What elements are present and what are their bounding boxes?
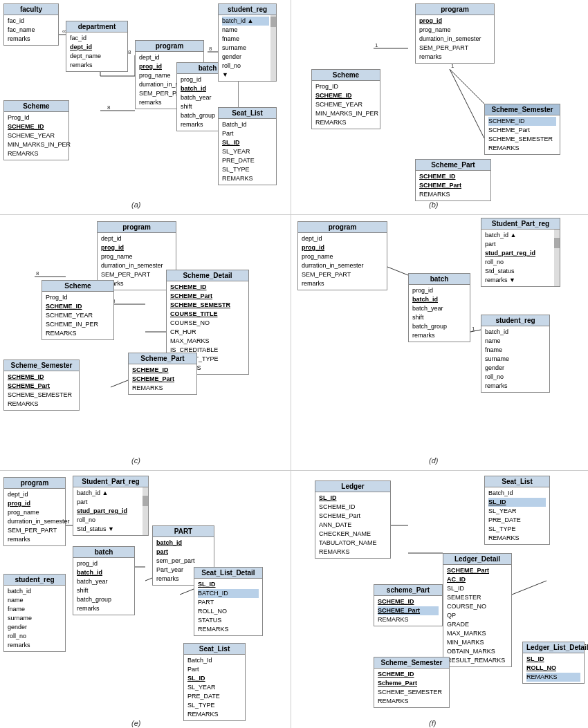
field-sd-id-c: SCHEME_ID — [170, 283, 245, 292]
field-batch-id-e: batch_id — [77, 568, 131, 577]
table-ledger-list-detail-f-header: Ledger_List_Detail — [523, 642, 584, 653]
field-sd-max-c: MAX_MARKS — [170, 337, 245, 346]
field-sch-prog-a: Prog_Id — [8, 113, 65, 122]
field-sl-rem-f: REMARKS — [488, 534, 546, 543]
field-sch-id-a: SCHEME_ID — [8, 122, 65, 131]
table-seat-list-a: Seat_List Batch_Id Part SL_ID SL_YEAR PR… — [218, 107, 277, 185]
table-ledger-f-header: Ledger — [315, 481, 390, 492]
table-seat-list-detail-e-header: Seat_List_Detail — [194, 568, 262, 579]
field-sr-surname-d: surname — [485, 355, 546, 364]
field-sld-part-e: PART — [198, 598, 259, 607]
field-ss-part-f: Scheme_Part — [378, 679, 445, 688]
field-ledger-rem-f: REMARKS — [319, 548, 387, 557]
section-e-label: (e) — [131, 719, 140, 727]
table-scheme-a: Scheme Prog_Id SCHEME_ID SCHEME_YEAR MIN… — [3, 100, 69, 160]
table-seat-list-e: Seat_List Batch_Id Part SL_ID SL_YEAR PR… — [183, 643, 246, 721]
field-spr-roll-d: roll_no — [485, 258, 553, 267]
section-a-label: (a) — [131, 200, 140, 209]
v-divider — [291, 0, 291, 728]
table-batch-e-header: batch — [73, 547, 134, 558]
field-sr-name-a: name — [222, 26, 269, 35]
field-dept-id: dept_id — [70, 43, 124, 52]
table-program-d-header: program — [298, 222, 387, 233]
field-ld-min-f: MIN_MARKS — [447, 638, 508, 647]
table-batch-d-header: batch — [409, 274, 470, 285]
table-program-c-header: program — [98, 222, 176, 233]
table-scheme-part-f-header: scheme_Part — [374, 585, 442, 596]
table-faculty: faculty fac_id fac_name remarks — [3, 3, 59, 46]
field-sch-id-b: SCHEME_ID — [315, 91, 376, 100]
field-sl-batch-e: Batch_Id — [187, 656, 241, 665]
field-sr-gender-d: gender — [485, 364, 546, 373]
field-part-sem-e: sem_per_part — [156, 557, 210, 566]
field-dept-name: dept_name — [70, 52, 124, 61]
table-scheme-semester-c: Scheme_Semester SCHEME_ID SCHEME_Part SC… — [3, 360, 80, 411]
field-sp-id-b: SCHEME_ID — [419, 172, 487, 181]
field-sd-no-c: COURSE_NO — [170, 319, 245, 328]
field-sr-roll-d: roll_no — [485, 373, 546, 382]
field-dept-fac-id: fac_id — [70, 34, 124, 43]
table-scheme-semester-c-header: Scheme_Semester — [4, 360, 79, 371]
field-sd-sem-c: SCHEME_SEMESTR — [170, 301, 245, 310]
field-part-part-e: part — [156, 548, 210, 557]
field-batch-group-d: batch_group — [412, 322, 466, 331]
field-ss-id-b: SCHEME_ID — [488, 117, 556, 126]
table-scheme-semester-b-header: Scheme_Semester — [485, 104, 560, 115]
table-student-reg-e-header: student_reg — [4, 575, 65, 586]
table-ledger-list-detail-f: Ledger_List_Detail SL_ID ROLL_NO REMARKS — [522, 642, 585, 684]
field-fac-remarks: remarks — [8, 35, 55, 44]
h-divider-1 — [0, 214, 588, 215]
field-spr-part-d: part — [485, 240, 553, 249]
field-sr-more-a: ▼ — [222, 71, 269, 80]
field-dept-remarks: remarks — [70, 61, 124, 70]
field-sl-type-f: SL_TYPE — [488, 525, 546, 534]
field-sl-part-a: Part — [222, 129, 273, 138]
field-prog-name-b: prog_name — [419, 26, 490, 35]
table-student-part-reg-e: Student_Part_reg batch_id ▲ part stud_pa… — [73, 476, 149, 536]
section-c-label: (c) — [131, 456, 140, 465]
field-sld-batch-e: BATCH_ID — [198, 589, 259, 598]
field-spr-roll-e: roll_no — [77, 516, 141, 525]
field-sl-predate-f: PRE_DATE — [488, 516, 546, 525]
field-prog-name-d: prog_name — [302, 252, 383, 261]
field-sr-surname-a: surname — [222, 44, 269, 53]
field-sch-min-b: MIN_MARKS_IN_PER — [315, 109, 376, 118]
svg-text:8: 8 — [36, 270, 39, 277]
field-sp-part-c: SCHEME_Part — [132, 375, 193, 384]
field-sch-min-a: MIN_MARKS_IN_PER — [8, 140, 65, 149]
field-fac-id: fac_id — [8, 17, 55, 26]
section-d-label: (d) — [429, 456, 438, 465]
section-b-label: (b) — [429, 200, 438, 209]
field-ld-co-f: COURSE_NO — [447, 602, 508, 611]
field-batch-id-a: batch_id — [181, 84, 235, 93]
field-batch-year-e: batch_year — [77, 577, 131, 586]
field-ledger-sl-f: SL_ID — [319, 494, 387, 503]
field-sl-remarks-a: REMARKS — [222, 174, 273, 183]
svg-text:8: 8 — [209, 46, 212, 52]
field-sch-rem-b: REMARKS — [315, 118, 376, 127]
field-spr-batch-d: batch_id ▲ — [485, 231, 553, 240]
field-sr-gender-e: gender — [8, 623, 62, 632]
table-scheme-part-c: Scheme_Part SCHEME_ID SCHEME_Part REMARK… — [128, 353, 197, 395]
field-ss-rem-f: REMARKS — [378, 697, 445, 706]
field-ld-sl2-f: SL_ID — [447, 584, 508, 593]
field-sp-rem-f: REMARKS — [378, 615, 439, 624]
field-prog-name-e: prog_name — [8, 508, 62, 517]
field-ss-sem-c: SCHEME_SEMESTER — [8, 391, 75, 400]
field-sp-rem-b: REMARKS — [419, 190, 487, 199]
field-sld-rem-e: REMARKS — [198, 625, 259, 634]
h-divider-2 — [0, 470, 588, 471]
field-ss-sem-b: SCHEME_SEMESTER — [488, 135, 556, 144]
table-seat-list-a-header: Seat_List — [219, 108, 276, 119]
field-sch-rem-c: REMARKS — [46, 329, 110, 338]
field-prog-sem-e: SEM_PER_PART — [8, 526, 62, 535]
table-student-part-reg-e-header: Student_Part_reg — [73, 476, 148, 487]
field-sp-id-f: SCHEME_ID — [378, 597, 439, 606]
field-ss-part-b: SCHEME_Part — [488, 126, 556, 135]
field-sch-prog-b: Prog_ID — [315, 82, 376, 91]
table-scheme-c-header: Scheme — [42, 281, 113, 292]
field-sd-part-c: SCHEME_Part — [170, 292, 245, 301]
field-sp-id-c: SCHEME_ID — [132, 366, 193, 375]
table-scheme-semester-f-header: Scheme_Semester — [374, 657, 449, 669]
table-batch-e: batch prog_id batch_id batch_year shift … — [73, 546, 135, 615]
